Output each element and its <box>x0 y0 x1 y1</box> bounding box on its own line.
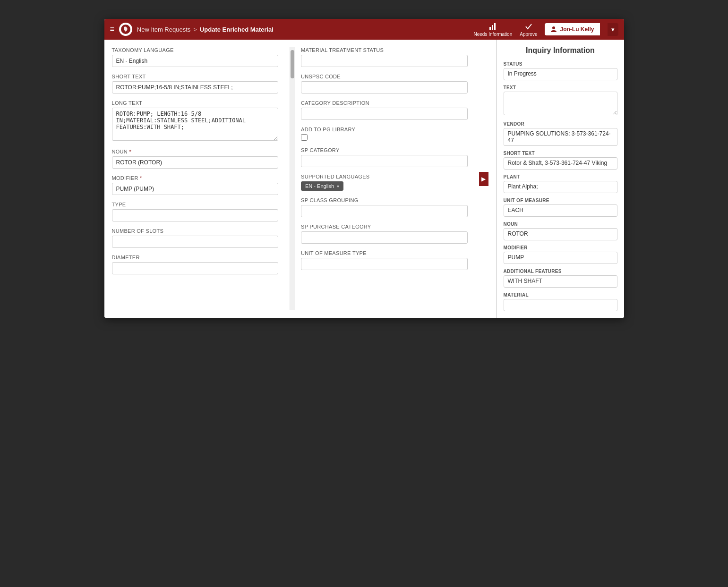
add-to-pg-library-checkbox[interactable] <box>301 134 308 141</box>
category-description-input[interactable] <box>301 108 468 120</box>
add-to-pg-library-checkbox-wrapper <box>301 134 468 141</box>
supported-languages-group: Supported Languages EN - English ▾ <box>301 174 468 191</box>
svg-rect-1 <box>489 27 491 30</box>
sp-category-input[interactable] <box>301 155 468 167</box>
chevron-down-icon: ▾ <box>337 184 339 189</box>
needs-info-label: Needs Information <box>474 32 513 37</box>
breadcrumb: New Item Requests > Update Enriched Mate… <box>137 26 274 33</box>
category-description-group: Category Description <box>301 100 468 120</box>
inquiry-modifier-label: Modifier <box>504 245 617 250</box>
type-group: TYPE <box>112 202 279 221</box>
sp-category-group: SP Category <box>301 147 468 167</box>
inquiry-short-text-label: Short Text <box>504 151 617 156</box>
approve-label: Approve <box>520 32 537 37</box>
long-text-input[interactable]: ROTOR:PUMP; LENGTH:16-5/8 IN;MATERIAL:ST… <box>112 108 279 141</box>
sp-class-grouping-group: SP Class Grouping <box>301 197 468 217</box>
form-area: Taxonomy Language Short Text Long Text R… <box>104 40 497 318</box>
sp-purchase-category-input[interactable] <box>301 231 468 244</box>
inquiry-status-label: Status <box>504 61 617 67</box>
breadcrumb-separator: > <box>193 26 197 33</box>
user-dropdown-button[interactable]: ▾ <box>608 23 618 36</box>
inquiry-unit-of-measure-value: EACH <box>504 204 617 217</box>
diameter-label: DIAMETER <box>112 255 279 260</box>
user-name: Jon-Lu Kelly <box>560 26 594 33</box>
taxonomy-language-group: Taxonomy Language <box>112 47 279 67</box>
category-description-label: Category Description <box>301 100 468 106</box>
inquiry-status-value: In Progress <box>504 68 617 80</box>
long-text-group: Long Text ROTOR:PUMP; LENGTH:16-5/8 IN;M… <box>112 100 279 142</box>
hamburger-icon[interactable]: ≡ <box>110 25 114 34</box>
sp-class-grouping-input[interactable] <box>301 205 468 217</box>
noun-group: Noun <box>112 149 279 169</box>
number-of-slots-input[interactable] <box>112 236 279 248</box>
add-to-pg-library-group: Add to PG Library <box>301 127 468 141</box>
breadcrumb-current: Update Enriched Material <box>200 26 274 33</box>
inquiry-plant-value: Plant Alpha; <box>504 181 617 193</box>
collapse-panel-button[interactable]: ▶ <box>479 172 488 186</box>
header-right: Needs Information Approve Jon-Lu Kelly ▾ <box>474 22 618 37</box>
modifier-input[interactable] <box>112 183 279 195</box>
diameter-group: DIAMETER <box>112 255 279 274</box>
app-window: ≡ New Item Requests > Update Enriched Ma… <box>104 19 624 318</box>
noun-label: Noun <box>112 149 279 154</box>
breadcrumb-link[interactable]: New Item Requests <box>137 26 190 33</box>
modifier-label: Modifier <box>112 175 279 181</box>
needs-information-button[interactable]: Needs Information <box>474 22 513 37</box>
header: ≡ New Item Requests > Update Enriched Ma… <box>104 19 624 40</box>
inquiry-plant-label: Plant <box>504 174 617 179</box>
inquiry-text-input[interactable] <box>504 92 617 115</box>
svg-point-4 <box>552 26 555 29</box>
approve-button[interactable]: Approve <box>520 22 537 37</box>
taxonomy-language-input[interactable] <box>112 55 279 67</box>
inquiry-unit-of-measure-label: Unit of Measure <box>504 198 617 203</box>
inquiry-noun-value: ROTOR <box>504 228 617 240</box>
material-treatment-input[interactable] <box>301 55 468 67</box>
form-right-column: Material Treatment Status UNSPSC Code Ca… <box>295 47 479 310</box>
scroll-thumb <box>291 50 294 78</box>
user-menu-button[interactable]: Jon-Lu Kelly <box>545 23 600 35</box>
supported-languages-input-wrapper: EN - English ▾ <box>301 181 468 191</box>
inquiry-additional-features-value: WITH SHAFT <box>504 275 617 288</box>
unspsc-code-group: UNSPSC Code <box>301 74 468 94</box>
sp-category-label: SP Category <box>301 147 468 153</box>
add-to-pg-library-label: Add to PG Library <box>301 127 468 132</box>
inquiry-material-value <box>504 299 617 311</box>
short-text-group: Short Text <box>112 74 279 94</box>
sp-class-grouping-label: SP Class Grouping <box>301 197 468 203</box>
svg-rect-2 <box>492 25 493 30</box>
unspsc-code-input[interactable] <box>301 81 468 94</box>
diameter-input[interactable] <box>112 262 279 274</box>
unit-of-measure-type-label: Unit of Measure Type <box>301 250 468 256</box>
inquiry-vendor-value: PUMPING SOLUTIONS: 3-573-361-724-47 <box>504 128 617 146</box>
short-text-label: Short Text <box>112 74 279 79</box>
short-text-input[interactable] <box>112 81 279 94</box>
taxonomy-language-label: Taxonomy Language <box>112 47 279 53</box>
material-treatment-label: Material Treatment Status <box>301 47 468 53</box>
header-left: ≡ New Item Requests > Update Enriched Ma… <box>110 23 274 36</box>
sp-purchase-category-label: SP Purchase Category <box>301 224 468 230</box>
main-content: Taxonomy Language Short Text Long Text R… <box>104 40 624 318</box>
type-label: TYPE <box>112 202 279 207</box>
logo <box>119 23 132 36</box>
scrollbar[interactable] <box>290 47 295 310</box>
number-of-slots-label: NUMBER OF SLOTS <box>112 228 279 234</box>
inquiry-short-text-value: Rotor & Shaft, 3-573-361-724-47 Viking <box>504 157 617 170</box>
inquiry-panel: Inquiry Information Status In Progress T… <box>497 40 624 318</box>
inquiry-text-label: Text <box>504 85 617 90</box>
unit-of-measure-type-input[interactable] <box>301 258 468 270</box>
material-treatment-group: Material Treatment Status <box>301 47 468 67</box>
long-text-label: Long Text <box>112 100 279 106</box>
supported-languages-tag[interactable]: EN - English ▾ <box>301 181 343 191</box>
supported-languages-label: Supported Languages <box>301 174 468 179</box>
number-of-slots-group: NUMBER OF SLOTS <box>112 228 279 248</box>
form-left-column: Taxonomy Language Short Text Long Text R… <box>112 47 290 310</box>
sp-purchase-category-group: SP Purchase Category <box>301 224 468 244</box>
inquiry-material-label: MATERIAL <box>504 292 617 298</box>
type-input[interactable] <box>112 209 279 221</box>
modifier-group: Modifier <box>112 175 279 195</box>
supported-languages-tag-text: EN - English <box>305 183 334 189</box>
unit-of-measure-type-group: Unit of Measure Type <box>301 250 468 270</box>
unspsc-code-label: UNSPSC Code <box>301 74 468 79</box>
svg-rect-3 <box>494 23 496 30</box>
noun-input[interactable] <box>112 156 279 169</box>
